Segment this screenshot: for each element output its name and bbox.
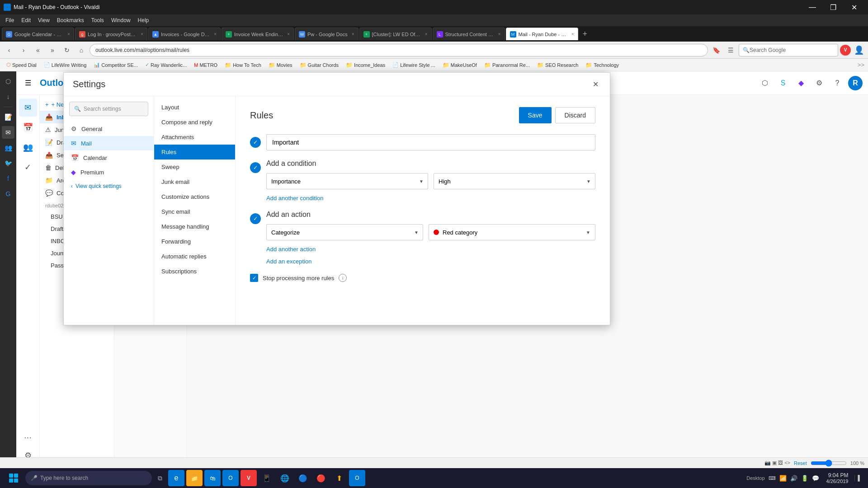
menu-tools[interactable]: Tools — [88, 16, 108, 24]
window-close-button[interactable]: ✕ — [844, 0, 864, 14]
menu-view[interactable]: View — [34, 16, 53, 24]
add-another-condition-link[interactable]: Add another condition — [266, 195, 323, 202]
mid-nav-attachments[interactable]: Attachments — [154, 130, 235, 145]
settings-nav-general[interactable]: ⚙ General — [64, 122, 154, 136]
tab-close-pw-docs[interactable]: × — [350, 32, 354, 37]
mid-nav-layout[interactable]: Layout — [154, 100, 235, 115]
stop-processing-info-icon[interactable]: i — [339, 274, 347, 282]
nav-expand-icon[interactable]: … — [19, 427, 37, 445]
fast-forward-button[interactable]: » — [46, 44, 59, 56]
home-button[interactable]: ⌂ — [75, 44, 88, 56]
settings-icon[interactable]: ⚙ — [812, 76, 826, 90]
taskbar-office-icon[interactable]: O — [349, 470, 365, 486]
vivaldi-apps-icon[interactable]: ⬡ — [2, 75, 14, 88]
notification-icon[interactable]: 💬 — [811, 474, 820, 483]
vivaldi-contacts-icon[interactable]: 👥 — [2, 141, 14, 154]
vivaldi-notes-icon[interactable]: 📝 — [2, 111, 14, 123]
address-input[interactable] — [90, 44, 708, 56]
taskbar-browser-icon[interactable]: 🌐 — [277, 470, 293, 486]
tab-mail-active[interactable]: M Mail - Ryan Dube - Outlook × — [506, 28, 578, 40]
taskbar-outlook-icon[interactable]: O — [222, 470, 239, 486]
bookmark-seo-research[interactable]: 📁 SEO Research — [534, 61, 581, 69]
nav-people-icon[interactable]: 👥 — [19, 138, 37, 156]
mid-nav-auto-replies[interactable]: Automatic replies — [154, 249, 235, 264]
new-tab-button[interactable]: + — [579, 29, 591, 39]
task-view-button[interactable]: ⧉ — [154, 472, 166, 484]
tab-structured[interactable]: L Structured Content Edit - D... × — [433, 28, 505, 40]
rewards-icon[interactable]: ◆ — [794, 76, 808, 90]
bookmark-movies[interactable]: 📁 Movies — [266, 61, 295, 69]
tab-close-invoice-week[interactable]: × — [285, 32, 290, 37]
forward-button[interactable]: › — [17, 44, 30, 56]
tray-battery-icon[interactable]: 🔋 — [800, 474, 809, 483]
mid-nav-message-handling[interactable]: Message handling — [154, 219, 235, 234]
user-avatar[interactable]: R — [848, 76, 863, 90]
add-exception-link[interactable]: Add an exception — [266, 258, 311, 265]
rewind-button[interactable]: « — [32, 44, 44, 56]
apps-grid-icon[interactable]: ⬡ — [758, 76, 772, 90]
tab-pw-docs[interactable]: W Pw - Google Docs × — [295, 28, 359, 40]
desktop-label[interactable]: Desktop — [745, 474, 765, 482]
back-button[interactable]: ‹ — [3, 44, 15, 56]
stop-processing-checkbox[interactable]: ✓ — [250, 274, 258, 282]
tab-cluster[interactable]: + [Cluster]: LW ED Office Upd... × — [359, 28, 432, 40]
view-quick-settings-link[interactable]: ‹ View quick settings — [64, 179, 154, 193]
rule-name-input[interactable] — [266, 134, 595, 150]
show-desktop-button[interactable]: ▌ — [854, 475, 864, 481]
bookmark-lifewire-style[interactable]: 📄 Lifewire Style ... — [390, 61, 438, 69]
tray-volume-icon[interactable]: 🔊 — [789, 474, 798, 483]
nav-calendar-icon[interactable]: 📅 — [19, 118, 37, 136]
settings-search-box[interactable]: 🔍 Search settings — [69, 102, 148, 116]
taskbar-vivaldi-icon[interactable]: V — [241, 470, 257, 486]
reset-zoom-label[interactable]: Reset — [794, 460, 807, 466]
bookmark-lifewire-writing[interactable]: 📄 LifeWire Writing — [41, 61, 89, 69]
tray-keyboard-icon[interactable]: ⌨ — [768, 474, 777, 482]
settings-close-button[interactable]: ✕ — [588, 77, 603, 92]
tab-close-google-calendar[interactable]: × — [66, 32, 70, 37]
tab-google-calendar[interactable]: G Google Calendar - Week of × — [2, 28, 74, 40]
reader-view-button[interactable]: ☰ — [724, 44, 737, 56]
vivaldi-download-icon[interactable]: ↓ — [2, 90, 14, 103]
settings-nav-premium[interactable]: ◆ Premium — [64, 165, 154, 179]
hamburger-menu-button[interactable]: ☰ — [22, 77, 34, 89]
tab-groovypost[interactable]: g Log In · groovyPost – Wor... × — [75, 28, 147, 40]
taskbar-edge-icon[interactable]: e — [168, 470, 184, 486]
tab-close-structured[interactable]: × — [496, 32, 501, 37]
minimize-button[interactable]: — — [802, 0, 823, 14]
menu-window[interactable]: Window — [108, 16, 134, 24]
settings-nav-calendar[interactable]: 📅 Calendar — [64, 150, 154, 165]
bookmark-income-ideas[interactable]: 📁 Income_Ideas — [343, 61, 388, 69]
mid-nav-compose[interactable]: Compose and reply — [154, 115, 235, 130]
vivaldi-facebook-icon[interactable]: f — [2, 172, 14, 185]
vivaldi-mail-icon[interactable]: ✉ — [2, 126, 14, 139]
bookmark-paranormal[interactable]: 📁 Paranormal Re... — [481, 61, 533, 69]
search-box[interactable]: 🔍 Search Google — [739, 44, 838, 56]
tab-invoice-week[interactable]: + Invoice Week Ending: 4/28/... × — [222, 28, 294, 40]
zoom-slider[interactable] — [811, 460, 847, 467]
condition-value-select[interactable]: High Normal Low — [434, 173, 595, 189]
condition-type-select[interactable]: Importance From To Subject — [266, 173, 428, 189]
tab-close-invoices[interactable]: × — [212, 32, 217, 37]
mid-nav-sync[interactable]: Sync email — [154, 204, 235, 219]
vivaldi-google-icon[interactable]: G — [2, 188, 14, 200]
bookmark-makeuseoficon[interactable]: 📁 MakeUseOf — [440, 61, 480, 69]
help-icon[interactable]: ? — [830, 76, 844, 90]
refresh-button[interactable]: ↻ — [61, 44, 73, 56]
bookmark-metro[interactable]: M METRO — [191, 61, 220, 69]
tab-close-cluster[interactable]: × — [423, 32, 428, 37]
start-button[interactable] — [4, 468, 24, 488]
add-another-action-link[interactable]: Add another action — [266, 246, 316, 253]
bookmark-button[interactable]: 🔖 — [710, 44, 722, 56]
taskbar-clock[interactable]: 9:04 PM 4/26/2019 — [823, 472, 852, 484]
taskbar-ftp-icon[interactable]: ⬆ — [331, 470, 347, 486]
settings-nav-mail[interactable]: ✉ Mail — [64, 136, 154, 150]
mid-nav-junk[interactable]: Junk email — [154, 174, 235, 189]
more-bookmarks-button[interactable]: >> — [858, 61, 864, 68]
category-select[interactable]: Red category ▼ — [429, 224, 595, 240]
menu-bookmarks[interactable]: Bookmarks — [53, 16, 88, 24]
mid-nav-forwarding[interactable]: Forwarding — [154, 234, 235, 249]
tab-close-mail[interactable]: × — [570, 32, 574, 37]
action-type-select[interactable]: Categorize Move to Mark as read Delete P… — [266, 224, 423, 240]
tab-invoices[interactable]: ▲ Invoices - Google Drive × — [148, 28, 221, 40]
taskbar-search-box[interactable]: 🎤 Type here to search — [25, 471, 152, 485]
